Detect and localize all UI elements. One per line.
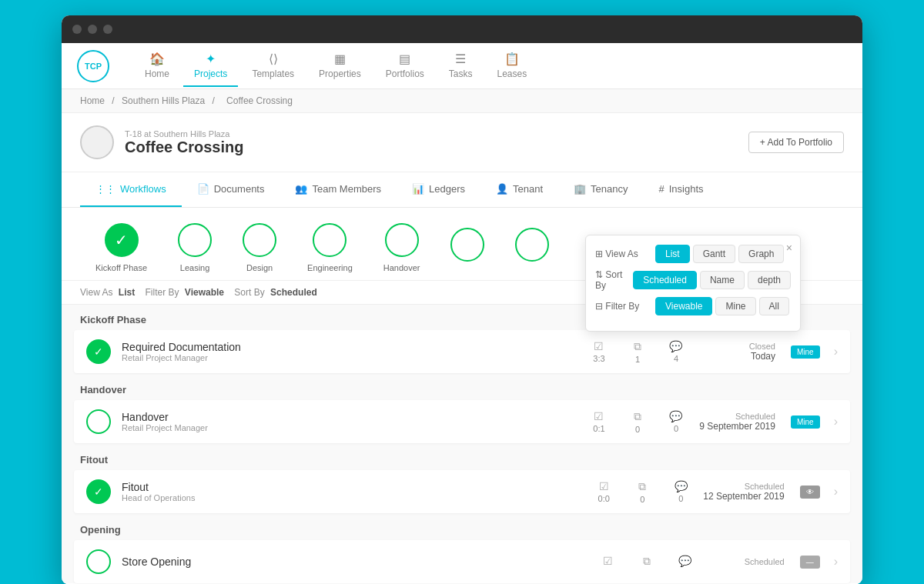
copy-count: 1 — [635, 355, 640, 364]
filter-option-mine[interactable]: Mine — [715, 297, 755, 315]
nav-item-portfolios[interactable]: ▤ Portfolios — [375, 45, 435, 87]
date-val: 12 September 2019 — [703, 491, 784, 502]
breadcrumb-sep2: / — [212, 95, 217, 106]
wf-extra1[interactable] — [450, 228, 484, 268]
wf-kickoff-phase[interactable]: ✓ Kickoff Phase — [95, 223, 147, 272]
sort-option-name[interactable]: Name — [700, 271, 745, 289]
tab-insights[interactable]: # Insights — [644, 172, 719, 207]
project-header: T-18 at Southern Hills Plaza Coffee Cros… — [62, 113, 862, 172]
date-val: Today — [698, 351, 775, 362]
filter-by-label: Filter By — [146, 287, 179, 298]
tab-workflows-label: Workflows — [120, 183, 166, 195]
copy-icon: ⧉ — [634, 410, 641, 423]
filter-option-viewable[interactable]: Viewable — [655, 297, 712, 315]
table-row[interactable]: ✓ Required Documentation Retail Project … — [74, 330, 850, 373]
view-option-list[interactable]: List — [655, 245, 690, 263]
task-info: Store Opening — [122, 556, 586, 568]
wf-extra2[interactable] — [515, 228, 549, 268]
tab-documents-label: Documents — [214, 183, 265, 195]
tab-tenancy[interactable]: 🏢 Tenancy — [558, 172, 643, 207]
copy-icon: ⧉ — [634, 340, 641, 353]
wf-label-kickoff: Kickoff Phase — [95, 263, 147, 272]
nav-label-templates: Templates — [252, 68, 294, 79]
sort-by-value[interactable]: Scheduled — [270, 287, 317, 298]
nav-item-leases[interactable]: 📋 Leases — [487, 45, 538, 87]
chevron-right-icon[interactable]: › — [834, 485, 838, 499]
templates-icon: ⟨⟩ — [269, 52, 278, 66]
nav-item-projects[interactable]: ✦ Projects — [183, 45, 238, 87]
date-status: Closed — [698, 342, 775, 351]
view-as-value[interactable]: List — [119, 287, 135, 298]
filter-by-value[interactable]: Viewable — [185, 287, 224, 298]
phase-header-opening: Opening — [62, 515, 862, 540]
nav-label-tasks: Tasks — [449, 68, 473, 79]
nav-item-templates[interactable]: ⟨⟩ Templates — [241, 45, 305, 87]
meta-comments: 💬 0 — [669, 480, 692, 503]
view-option-gantt[interactable]: Gantt — [693, 245, 735, 263]
tab-team-members[interactable]: 👥 Team Members — [280, 172, 397, 207]
meta-copies: ⧉ 0 — [631, 480, 654, 504]
documents-icon: 📄 — [197, 183, 209, 195]
task-circle-completed: ✓ — [86, 339, 111, 364]
wf-circle-leasing — [178, 223, 212, 257]
wf-label-handover: Handover — [383, 263, 420, 272]
popup-view-as-row: ⊞ View As List Gantt Graph — [595, 245, 791, 263]
wf-circle-kickoff: ✓ — [105, 223, 139, 257]
chevron-right-icon[interactable]: › — [834, 555, 838, 569]
table-row[interactable]: Store Opening ☑ ⧉ 💬 Scheduled — [74, 540, 850, 583]
tab-tenancy-label: Tenancy — [591, 183, 628, 195]
task-date: Scheduled 12 September 2019 — [703, 482, 784, 502]
popup-close-button[interactable]: × — [786, 242, 792, 254]
table-row[interactable]: ✓ Fitout Head of Operations ☑ 0:0 ⧉ 0 💬 … — [74, 470, 850, 513]
tab-documents[interactable]: 📄 Documents — [182, 172, 280, 207]
chevron-right-icon[interactable]: › — [834, 415, 838, 429]
wf-engineering[interactable]: Engineering — [307, 223, 353, 272]
nav-items: 🏠 Home ✦ Projects ⟨⟩ Templates ▦ Propert… — [134, 45, 847, 87]
filter-bar: View As List Filter By Viewable Sort By … — [62, 281, 862, 305]
nav-label-portfolios: Portfolios — [386, 68, 424, 79]
tab-workflows[interactable]: ⋮⋮ Workflows — [80, 172, 182, 207]
add-to-portfolio-button[interactable]: + Add To Portfolio — [748, 132, 844, 153]
wf-leasing[interactable]: Leasing — [178, 223, 212, 272]
view-option-graph[interactable]: Graph — [738, 245, 784, 263]
mine-badge: Mine — [791, 345, 820, 359]
tab-insights-label: Insights — [669, 183, 704, 195]
top-nav: TCP 🏠 Home ✦ Projects ⟨⟩ Templates ▦ Pro… — [62, 43, 862, 89]
task-sub: Retail Project Manager — [122, 353, 577, 362]
nav-item-tasks[interactable]: ☰ Tasks — [438, 45, 484, 87]
tab-team-members-label: Team Members — [312, 183, 381, 195]
wf-design[interactable]: Design — [243, 223, 276, 272]
breadcrumb: Home / Southern Hills Plaza / Coffee Cro… — [62, 89, 862, 113]
popup-sort-by-row: ⇅ Sort By Scheduled Name depth — [595, 269, 791, 291]
filter-option-all[interactable]: All — [759, 297, 789, 315]
nav-item-home[interactable]: 🏠 Home — [134, 45, 180, 87]
tab-ledgers[interactable]: 📊 Ledgers — [397, 172, 480, 207]
nav-item-properties[interactable]: ▦ Properties — [308, 45, 372, 87]
tab-tenant-label: Tenant — [513, 183, 543, 195]
meta-checks: ☑ — [597, 555, 620, 569]
properties-icon: ▦ — [334, 52, 346, 66]
popup-filter-options: Viewable Mine All — [655, 297, 791, 315]
project-info: T-18 at Southern Hills Plaza Coffee Cros… — [125, 129, 738, 156]
copy-icon: ⧉ — [643, 555, 651, 568]
task-name: Store Opening — [122, 556, 586, 568]
check-count: 0:0 — [598, 494, 610, 503]
meta-checks: ☑ 3:3 — [588, 340, 611, 363]
task-sub: Retail Project Manager — [122, 423, 577, 432]
table-row[interactable]: Handover Retail Project Manager ☑ 0:1 ⧉ … — [74, 400, 850, 443]
wf-handover[interactable]: Handover — [383, 223, 420, 272]
insights-icon: # — [659, 183, 665, 195]
meta-copies: ⧉ 0 — [626, 410, 649, 434]
tab-tenant[interactable]: 👤 Tenant — [480, 172, 558, 207]
sort-option-scheduled[interactable]: Scheduled — [633, 271, 697, 289]
sort-option-depth[interactable]: depth — [748, 271, 791, 289]
breadcrumb-home[interactable]: Home — [80, 95, 105, 106]
wf-circle-design — [243, 223, 276, 257]
browser-dot-yellow — [88, 25, 97, 34]
nav-label-home: Home — [145, 68, 169, 79]
chevron-right-icon[interactable]: › — [834, 345, 838, 359]
breadcrumb-plaza[interactable]: Southern Hills Plaza — [122, 95, 205, 106]
task-date: Scheduled 9 September 2019 — [698, 412, 775, 432]
project-avatar — [80, 125, 114, 159]
filter-bar-text: View As List Filter By Viewable Sort By … — [80, 287, 317, 298]
